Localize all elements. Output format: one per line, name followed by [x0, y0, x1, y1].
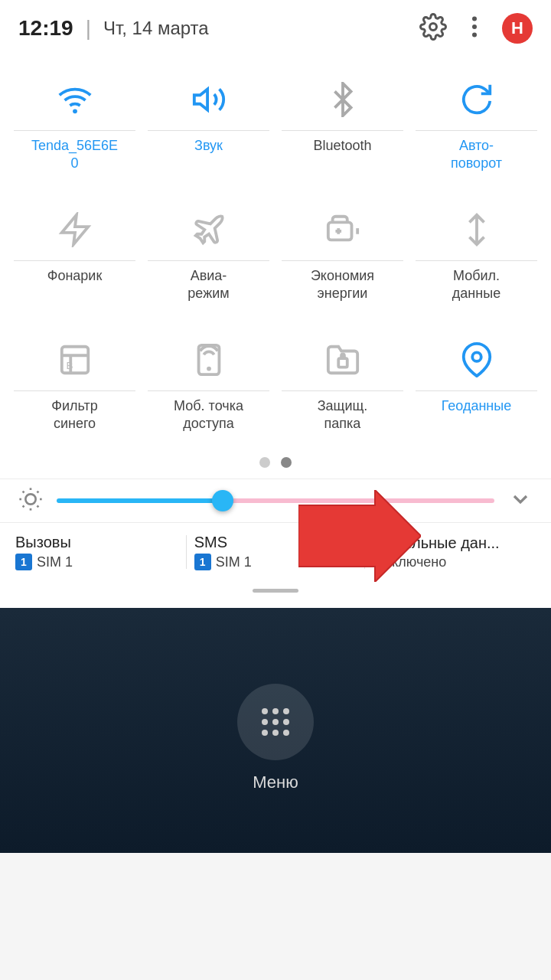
page-dot-1[interactable]	[259, 457, 270, 468]
svg-point-37	[283, 730, 289, 736]
bluetooth-icon	[318, 75, 367, 124]
tiles-row-1: Tenda_56E6E0 Звук Bluetooth	[0, 54, 551, 184]
tile-airplane-label: Авиа-режим	[187, 267, 229, 303]
mobile-data-icon	[452, 205, 501, 254]
svg-point-34	[283, 719, 289, 725]
handle-bar	[253, 589, 298, 593]
status-right: H	[419, 13, 533, 44]
page-dot-2[interactable]	[281, 457, 292, 468]
tile-mobile-data[interactable]: Мобил.данные	[409, 191, 543, 314]
data-sim-item[interactable]: Мобильные дан... Выключено	[373, 534, 536, 570]
calls-sim-item[interactable]: Вызовы 1 SIM 1	[15, 534, 178, 570]
nav-handle	[0, 578, 551, 600]
wifi-icon	[51, 75, 99, 124]
status-bar: 12:19 | Чт, 14 марта H	[0, 0, 551, 54]
brightness-icon	[18, 487, 43, 514]
sim-divider-2	[364, 535, 365, 569]
pagination-dots	[0, 443, 551, 479]
status-date: Чт, 14 марта	[103, 18, 209, 39]
status-left: 12:19 | Чт, 14 марта	[18, 16, 209, 41]
brightness-row	[0, 479, 551, 522]
svg-point-35	[262, 730, 268, 736]
tile-secure-folder-label: Защищ.папка	[318, 397, 368, 433]
tile-bluetooth-label: Bluetooth	[313, 137, 371, 155]
hotspot-icon	[184, 335, 233, 384]
autorotate-icon	[452, 75, 501, 124]
flashlight-icon	[51, 205, 99, 254]
data-status: Выключено	[373, 554, 446, 570]
svg-point-32	[262, 719, 268, 725]
tile-flashlight-label: Фонарик	[47, 267, 103, 285]
battery-save-icon	[318, 205, 367, 254]
tile-secure-folder[interactable]: Защищ.папка	[276, 322, 409, 444]
sim-row: Вызовы 1 SIM 1 SMS 1 SIM 1 Мобильные дан…	[0, 522, 551, 578]
data-sim-sub: Выключено	[373, 554, 536, 570]
svg-marker-6	[61, 215, 88, 244]
chevron-down-icon[interactable]	[508, 487, 533, 514]
svg-line-22	[23, 492, 24, 493]
status-divider: |	[86, 16, 91, 41]
svg-point-29	[262, 708, 268, 714]
svg-text:B: B	[66, 359, 73, 371]
sound-icon	[184, 75, 233, 124]
sms-label: SMS	[194, 534, 357, 551]
svg-rect-17	[338, 358, 347, 368]
svg-point-0	[430, 24, 437, 31]
tile-flashlight[interactable]: Фонарик	[8, 191, 142, 314]
blue-filter-icon: B	[51, 335, 99, 384]
quick-settings-panel: Tenda_56E6E0 Звук Bluetooth	[0, 54, 551, 608]
sim-divider-1	[186, 535, 187, 569]
tile-autorotate-label: Авто-поворот	[451, 137, 502, 173]
calls-sim-badge: 1	[15, 554, 32, 570]
bottom-area: Меню	[0, 608, 551, 853]
brightness-thumb[interactable]	[212, 490, 233, 511]
tile-hotspot-label: Моб. точкадоступа	[174, 397, 243, 433]
tile-autorotate[interactable]: Авто-поворот	[409, 61, 543, 184]
status-time: 12:19	[18, 16, 73, 41]
airplane-icon	[184, 205, 233, 254]
sms-sim-sub: 1 SIM 1	[194, 554, 357, 570]
menu-label: Меню	[253, 773, 298, 792]
tile-blue-filter[interactable]: B Фильтрсинего	[8, 322, 142, 444]
more-options-icon[interactable]	[461, 13, 488, 44]
calls-sim-text: SIM 1	[37, 554, 73, 570]
svg-line-27	[37, 492, 38, 493]
tile-wifi-label: Tenda_56E6E0	[31, 137, 118, 173]
svg-point-2	[472, 24, 477, 29]
brightness-slider[interactable]	[57, 498, 494, 503]
tile-battery-save[interactable]: Экономияэнергии	[276, 191, 409, 314]
tile-geodata-label: Геоданные	[442, 397, 512, 415]
svg-point-36	[272, 730, 279, 736]
tile-mobile-data-label: Мобил.данные	[452, 267, 500, 303]
svg-point-30	[272, 708, 279, 714]
svg-point-18	[472, 352, 481, 361]
geodata-icon	[452, 335, 501, 384]
svg-point-3	[472, 33, 477, 38]
tile-wifi[interactable]: Tenda_56E6E0	[8, 61, 142, 184]
sms-sim-item[interactable]: SMS 1 SIM 1	[194, 534, 357, 570]
svg-line-23	[37, 506, 38, 508]
tile-sound-label: Звук	[194, 137, 223, 155]
svg-marker-5	[194, 90, 207, 110]
app-drawer-button[interactable]	[237, 684, 314, 760]
secure-folder-icon	[318, 335, 367, 384]
svg-point-1	[472, 17, 477, 21]
avatar[interactable]: H	[502, 13, 533, 44]
tile-geodata[interactable]: Геоданные	[409, 322, 543, 444]
svg-point-19	[25, 495, 35, 505]
calls-label: Вызовы	[15, 534, 178, 551]
svg-point-33	[272, 719, 279, 725]
tile-airplane[interactable]: Авиа-режим	[142, 191, 276, 314]
tile-blue-filter-label: Фильтрсинего	[51, 397, 97, 433]
gear-icon[interactable]	[419, 13, 447, 44]
tiles-row-2: Фонарик Авиа-режим	[0, 184, 551, 314]
svg-line-26	[23, 506, 24, 508]
data-label: Мобильные дан...	[373, 534, 536, 552]
tile-battery-save-label: Экономияэнергии	[311, 267, 374, 303]
sms-sim-badge: 1	[194, 554, 211, 570]
tile-sound[interactable]: Звук	[142, 61, 276, 184]
tile-bluetooth[interactable]: Bluetooth	[276, 61, 409, 184]
tiles-row-3: B Фильтрсинего Моб. точкадоступа	[0, 314, 551, 444]
svg-point-31	[283, 708, 289, 714]
tile-hotspot[interactable]: Моб. точкадоступа	[142, 322, 276, 444]
